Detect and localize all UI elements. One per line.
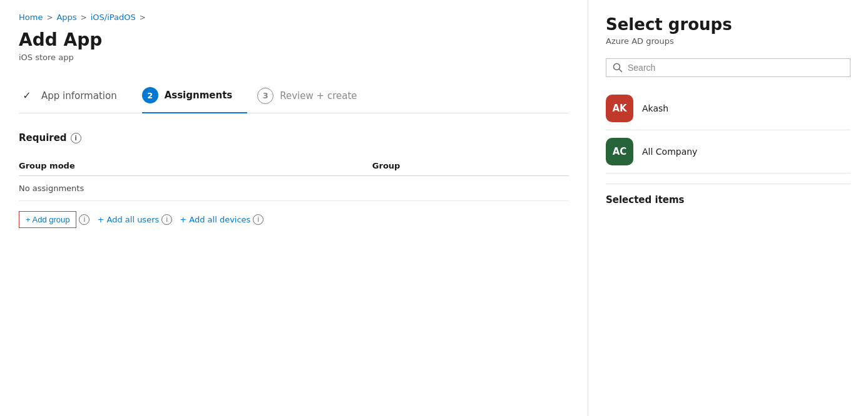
- add-all-devices-link[interactable]: + Add all devices: [180, 215, 250, 224]
- wizard-steps: ✓ App information 2 Assignments 3 Review…: [19, 80, 569, 113]
- selected-items-title: Selected items: [606, 194, 850, 205]
- section-required-label: Required: [19, 132, 67, 143]
- step-review-create-label: Review + create: [280, 90, 357, 101]
- search-box: [606, 58, 850, 77]
- group-avatar-all-company: AC: [606, 138, 633, 165]
- step-3-icon: 3: [257, 88, 273, 104]
- col-group: Group: [372, 156, 569, 176]
- table-row: No assignments: [19, 176, 569, 201]
- add-group-button[interactable]: + Add group: [19, 211, 76, 228]
- col-group-mode: Group mode: [19, 156, 372, 176]
- breadcrumb-ios[interactable]: iOS/iPadOS: [91, 13, 136, 22]
- svg-line-1: [620, 70, 622, 72]
- page-subtitle: iOS store app: [19, 53, 569, 62]
- breadcrumb-sep-2: >: [81, 13, 87, 22]
- add-all-users-info-icon[interactable]: i: [161, 214, 172, 225]
- right-panel: Select groups Azure AD groups AK Akash A…: [588, 0, 868, 416]
- group-avatar-akash: AK: [606, 95, 633, 122]
- section-required: Required i: [19, 132, 569, 143]
- panel-subtitle: Azure AD groups: [606, 36, 850, 46]
- breadcrumb-sep-3: >: [140, 13, 146, 22]
- wizard-step-review-create[interactable]: 3 Review + create: [257, 80, 372, 113]
- step-2-icon: 2: [142, 87, 158, 103]
- breadcrumb-apps[interactable]: Apps: [56, 13, 76, 22]
- divider: [606, 184, 850, 184]
- group-item-akash[interactable]: AK Akash: [606, 87, 850, 130]
- group-list: AK Akash AC All Company: [606, 87, 850, 174]
- group-name-akash: Akash: [642, 103, 668, 113]
- breadcrumb: Home > Apps > iOS/iPadOS >: [19, 13, 569, 22]
- add-all-users-link[interactable]: + Add all users: [97, 215, 159, 224]
- search-icon: [613, 63, 623, 73]
- no-assignments-cell: No assignments: [19, 176, 569, 201]
- step-app-information-label: App information: [41, 90, 117, 101]
- assignment-table: Group mode Group No assignments: [19, 156, 569, 201]
- action-bar: + Add group i + Add all users i + Add al…: [19, 201, 569, 228]
- add-group-info-icon[interactable]: i: [79, 214, 89, 225]
- search-input[interactable]: [628, 63, 844, 73]
- breadcrumb-home[interactable]: Home: [19, 13, 43, 22]
- wizard-step-app-information[interactable]: ✓ App information: [19, 80, 132, 113]
- required-info-icon[interactable]: i: [71, 133, 81, 143]
- step-check-icon: ✓: [19, 88, 35, 104]
- page-title: Add App: [19, 29, 569, 50]
- panel-title: Select groups: [606, 15, 850, 34]
- left-panel: Home > Apps > iOS/iPadOS > Add App iOS s…: [0, 0, 588, 416]
- group-item-all-company[interactable]: AC All Company: [606, 130, 850, 174]
- group-name-all-company: All Company: [642, 147, 697, 157]
- wizard-step-assignments[interactable]: 2 Assignments: [142, 80, 248, 113]
- breadcrumb-sep-1: >: [46, 13, 53, 22]
- add-all-devices-info-icon[interactable]: i: [253, 214, 263, 225]
- step-assignments-label: Assignments: [165, 90, 233, 101]
